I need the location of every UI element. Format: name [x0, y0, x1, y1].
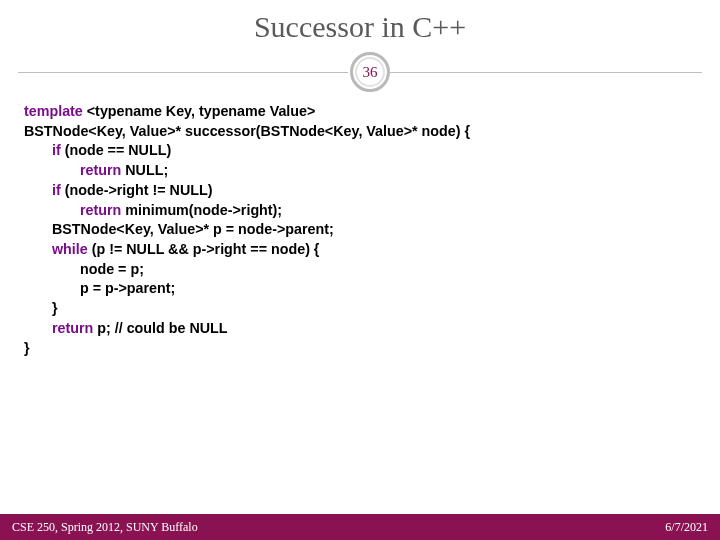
kw-return: return: [52, 320, 97, 336]
code-text: NULL;: [125, 162, 168, 178]
code-text: BSTNode<Key, Value>* p = node->parent;: [52, 221, 334, 237]
footer-bar: CSE 250, Spring 2012, SUNY Buffalo 6/7/2…: [0, 514, 720, 540]
code-text: (node == NULL): [65, 142, 171, 158]
code-text: p = p->parent;: [80, 280, 175, 296]
kw-if: if: [52, 142, 65, 158]
footer-left: CSE 250, Spring 2012, SUNY Buffalo: [12, 520, 198, 535]
code-text: node = p;: [80, 261, 144, 277]
kw-while: while: [52, 241, 92, 257]
kw-if: if: [52, 182, 65, 198]
code-text: BSTNode<Key, Value>* successor(BSTNode<K…: [24, 123, 470, 139]
slide-number-badge: 36: [350, 52, 390, 92]
slide-title: Successor in C++: [0, 10, 720, 44]
rule-right: [388, 72, 702, 73]
title-rule-row: 36: [0, 50, 720, 96]
slide-number: 36: [363, 64, 378, 81]
code-text: minimum(node->right);: [125, 202, 282, 218]
code-text: (node->right != NULL): [65, 182, 213, 198]
code-text: <typename Key, typename Value>: [87, 103, 316, 119]
kw-return: return: [80, 202, 125, 218]
code-block: template <typename Key, typename Value> …: [0, 96, 720, 358]
code-text: }: [24, 340, 30, 356]
title-area: Successor in C++: [0, 0, 720, 44]
code-text: (p != NULL && p->right == node) {: [92, 241, 320, 257]
kw-return: return: [80, 162, 125, 178]
rule-left: [18, 72, 348, 73]
kw-template: template: [24, 103, 87, 119]
code-text: p; // could be NULL: [97, 320, 227, 336]
footer-right: 6/7/2021: [665, 520, 708, 535]
code-text: }: [52, 300, 58, 316]
